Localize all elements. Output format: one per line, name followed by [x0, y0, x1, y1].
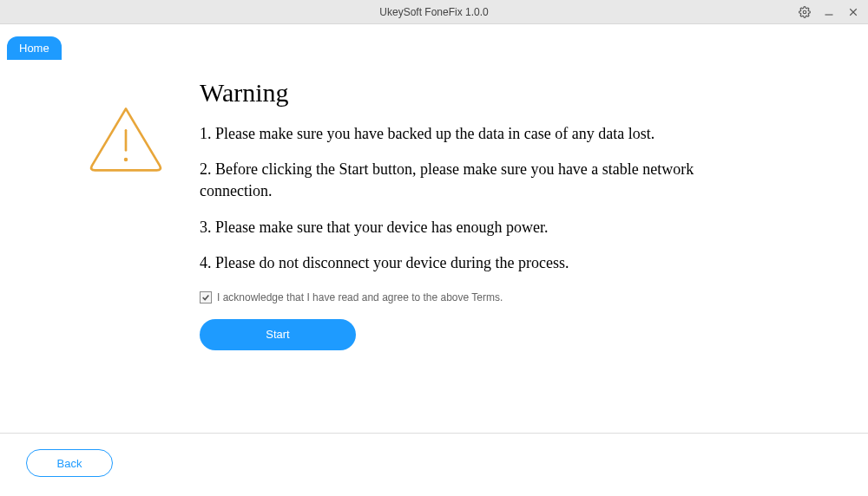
- warning-item-2: 2. Before clicking the Start button, ple…: [200, 159, 755, 202]
- terms-acknowledge-row: I acknowledge that I have read and agree…: [200, 291, 816, 303]
- warning-text-block: Warning 1. Please make sure you have bac…: [191, 78, 816, 350]
- settings-icon[interactable]: [797, 4, 812, 20]
- warning-icon: [87, 78, 191, 177]
- footer-divider: [0, 433, 868, 434]
- app-title: UkeySoft FoneFix 1.0.0: [379, 6, 488, 18]
- home-tab-label: Home: [19, 42, 49, 55]
- close-icon[interactable]: [845, 4, 861, 20]
- start-button[interactable]: Start: [200, 319, 356, 350]
- titlebar: UkeySoft FoneFix 1.0.0: [0, 0, 868, 24]
- home-tab[interactable]: Home: [7, 36, 62, 60]
- back-button[interactable]: Back: [26, 449, 113, 477]
- minimize-icon[interactable]: [821, 4, 837, 20]
- window-controls: [797, 0, 861, 23]
- svg-point-0: [803, 10, 806, 14]
- content-area: Warning 1. Please make sure you have bac…: [87, 78, 816, 350]
- warning-item-3: 3. Please make sure that your device has…: [200, 217, 755, 238]
- terms-label: I acknowledge that I have read and agree…: [217, 291, 503, 303]
- warning-heading: Warning: [200, 78, 816, 108]
- start-button-label: Start: [266, 328, 289, 341]
- terms-checkbox[interactable]: [200, 291, 212, 303]
- warning-item-4: 4. Please do not disconnect your device …: [200, 252, 755, 274]
- back-button-label: Back: [57, 457, 82, 470]
- svg-point-5: [124, 158, 128, 161]
- warning-item-1: 1. Please make sure you have backed up t…: [200, 123, 755, 145]
